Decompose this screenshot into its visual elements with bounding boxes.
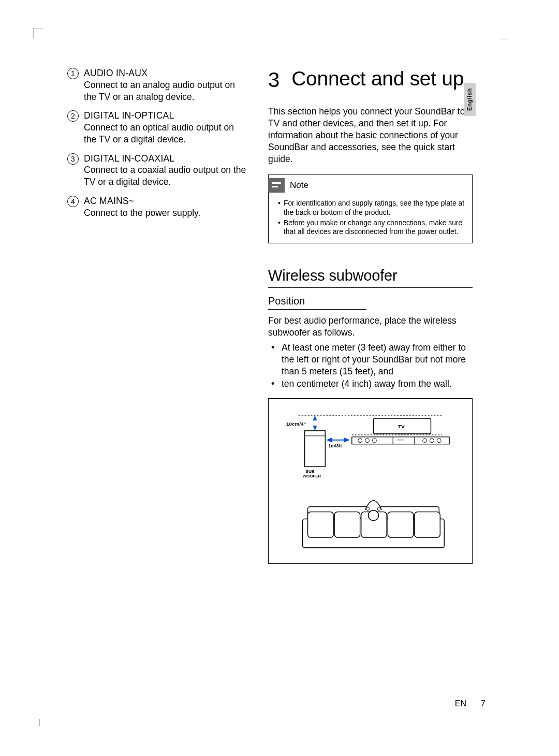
svg-point-12 xyxy=(358,438,362,442)
svg-point-14 xyxy=(372,438,376,442)
diagram-horiz-dist-label: 1m/3ft xyxy=(328,443,342,448)
subsection-heading: Position xyxy=(268,295,366,310)
svg-rect-24 xyxy=(334,512,360,537)
left-column: 1 AUDIO IN-AUX Connect to an analog audi… xyxy=(67,67,248,725)
diagram-wall-dist-label: 10cm/4" xyxy=(286,421,306,427)
placement-diagram: 10cm/4" SUB- WOOFER 1m/3ft TV xyxy=(268,398,473,564)
page: 1 AUDIO IN-AUX Connect to an analog audi… xyxy=(0,0,559,756)
svg-marker-6 xyxy=(326,437,332,442)
svg-marker-7 xyxy=(344,437,350,442)
svg-point-19 xyxy=(430,438,434,442)
right-column: English 3 Connect and set up This sectio… xyxy=(268,67,473,725)
item-number: 2 xyxy=(67,110,79,122)
crop-mark-bottom-left xyxy=(39,719,40,726)
item-desc: Connect to the power supply. xyxy=(84,208,200,218)
position-list: At least one meter (3 feet) away from ei… xyxy=(268,342,473,389)
numbered-item-1: 1 AUDIO IN-AUX Connect to an analog audi… xyxy=(67,67,248,103)
numbered-item-3: 3 DIGITAL IN-COAXIAL Connect to a coaxia… xyxy=(67,153,248,188)
diagram-sub-label-2: WOOFER xyxy=(303,474,321,478)
svg-marker-2 xyxy=(313,415,317,420)
intro-paragraph: This section helps you connect your Soun… xyxy=(268,106,473,165)
chapter-heading: 3 Connect and set up xyxy=(268,67,473,90)
svg-rect-27 xyxy=(415,512,440,537)
item-title: AUDIO IN-AUX xyxy=(84,68,148,78)
item-number: 4 xyxy=(67,196,79,207)
item-desc: Connect to an optical audio output on th… xyxy=(84,122,234,144)
numbered-item-2: 2 DIGITAL IN-OPTICAL Connect to an optic… xyxy=(67,110,248,145)
svg-point-28 xyxy=(369,510,379,520)
diagram-sub-label-1: SUB- xyxy=(306,469,316,474)
list-item: At least one meter (3 feet) away from ei… xyxy=(268,342,473,377)
footer-page: 7 xyxy=(481,699,486,708)
svg-rect-26 xyxy=(388,512,414,537)
note-item: For identification and supply ratings, s… xyxy=(278,199,466,217)
item-desc: Connect to a coaxial audio output on the… xyxy=(84,165,246,187)
svg-point-18 xyxy=(423,438,427,442)
item-number: 1 xyxy=(67,68,79,79)
note-icon xyxy=(268,178,285,193)
note-box: Note For identification and supply ratin… xyxy=(268,175,473,243)
diagram-tv-label: TV xyxy=(398,424,405,429)
footer-lang: EN xyxy=(455,699,466,708)
crop-mark-top-right xyxy=(501,29,507,39)
svg-point-13 xyxy=(365,438,370,442)
note-item: Before you make or change any connection… xyxy=(278,219,466,237)
list-item: ten centimeter (4 inch) away from the wa… xyxy=(268,378,473,390)
item-desc: Connect to an analog audio output on the… xyxy=(84,80,235,102)
note-label: Note xyxy=(290,180,308,191)
item-number: 3 xyxy=(67,153,79,165)
diagram-svg: 10cm/4" SUB- WOOFER 1m/3ft TV xyxy=(283,408,458,554)
svg-rect-11 xyxy=(352,437,449,444)
language-tab: English xyxy=(464,83,476,116)
numbered-item-4: 4 AC MAINS~ Connect to the power supply. xyxy=(67,195,248,219)
item-title: DIGITAL IN-OPTICAL xyxy=(84,110,174,121)
section-heading: Wireless subwoofer xyxy=(268,267,473,288)
item-title: AC MAINS~ xyxy=(84,196,135,206)
page-footer: EN 7 xyxy=(455,699,486,708)
position-intro: For best audio performance, place the wi… xyxy=(268,315,473,339)
svg-rect-23 xyxy=(308,512,334,537)
crop-mark-top-left xyxy=(33,28,43,38)
svg-point-20 xyxy=(437,438,441,442)
item-title: DIGITAL IN-COAXIAL xyxy=(84,153,175,164)
svg-marker-3 xyxy=(313,426,317,431)
chapter-title-text: Connect and set up xyxy=(291,67,464,90)
chapter-number: 3 xyxy=(268,67,279,90)
